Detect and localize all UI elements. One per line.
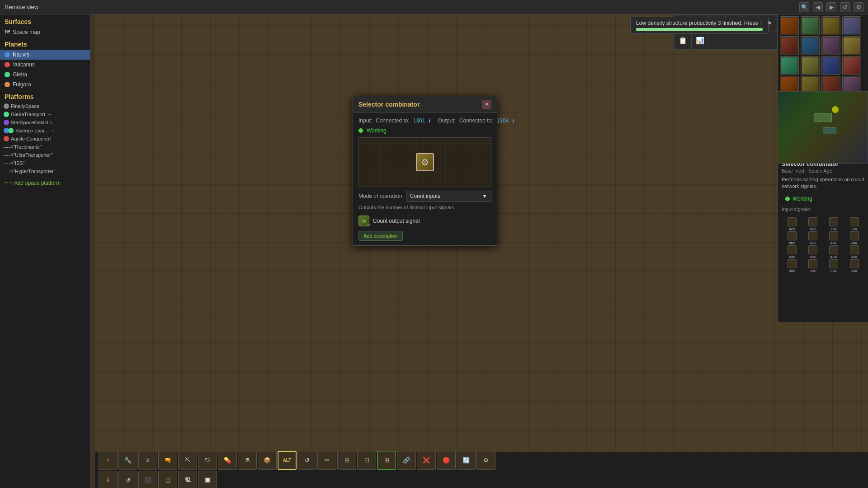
dialog-close-button[interactable]: ✕ xyxy=(482,100,491,109)
sig-icon-4 xyxy=(850,217,859,226)
sig-icon-11 xyxy=(829,245,838,254)
nauvis-label: Nauvis xyxy=(13,52,29,58)
signal-icon[interactable]: ⚙ 94 xyxy=(359,216,369,226)
toolbar-btn-1[interactable]: 🔧 xyxy=(118,451,137,470)
forward-button[interactable]: ▶ xyxy=(826,2,836,12)
tb2-btn-4[interactable]: 🏗 xyxy=(178,471,197,488)
inv-slot-9[interactable] xyxy=(780,56,799,75)
inv-slot-4[interactable] xyxy=(842,16,861,35)
toolbar-btn-11[interactable]: ⊞ xyxy=(337,451,356,470)
dialog-preview: ⚙ xyxy=(359,137,491,187)
mode-select-dropdown[interactable]: Count inputs ▼ xyxy=(406,191,491,202)
connected-to-label-1: Connected to: xyxy=(376,117,410,124)
map-background[interactable] xyxy=(95,14,868,488)
platform-geblatransport[interactable]: GlebaTransport → xyxy=(0,110,90,118)
tb-icon-11: ⊞ xyxy=(344,457,349,464)
tb2-btn-1[interactable]: ↺ xyxy=(118,471,137,488)
input-label: Input: xyxy=(359,117,372,124)
toolbar-btn-6[interactable]: 💊 xyxy=(218,451,237,470)
platform-hypertransporter[interactable]: ---->"HyperTransporter" xyxy=(0,167,90,175)
toolbar-btn-14[interactable]: 🔗 xyxy=(397,451,416,470)
platform-ultratransporter[interactable]: ---->"UltraTransporter" xyxy=(0,151,90,159)
inv-slot-6[interactable] xyxy=(801,36,820,55)
tb-icon-4: ⛏ xyxy=(185,457,191,464)
tb2-icon-1: ↺ xyxy=(126,477,131,483)
toolbar-btn-4[interactable]: ⛏ xyxy=(178,451,197,470)
toolbar-btn-10[interactable]: ✂ xyxy=(317,451,336,470)
surfaces-header: Surfaces xyxy=(0,14,90,27)
book-icon-btn[interactable]: 📋 xyxy=(674,32,691,49)
chart-icon-btn[interactable]: 📊 xyxy=(691,32,708,49)
input-info-icon[interactable]: ℹ xyxy=(429,118,430,124)
inv-slot-2[interactable] xyxy=(801,16,820,35)
inv-slot-3[interactable] xyxy=(821,16,840,35)
platform-iss[interactable]: ---->"ISS" xyxy=(0,159,90,167)
dialog-header: Selector combinator ✕ xyxy=(353,96,497,113)
titlebar: Remote view 🔍 ◀ ▶ ↺ ⚙ xyxy=(0,0,868,14)
toolbar-btn-13[interactable]: ⊞ xyxy=(377,451,396,470)
tb2-btn-2[interactable]: ⬛ xyxy=(138,471,157,488)
add-description-button[interactable]: Add description xyxy=(359,231,403,241)
toolbar-btn-3[interactable]: 🔫 xyxy=(158,451,177,470)
toolbar-slot-1[interactable]: 1 xyxy=(99,451,118,470)
info-status-row: Working xyxy=(782,193,864,205)
toolbar-btn-17[interactable]: 🔄 xyxy=(457,451,476,470)
toolbar-btn-alt[interactable]: ALT xyxy=(278,451,297,470)
add-platform-button[interactable]: + + Add space platform xyxy=(0,177,90,189)
tb-icon-5: 🛡 xyxy=(205,457,211,464)
game-area[interactable]: Surfaces 🗺 Space map Planets Nauvis Vulc… xyxy=(0,14,868,488)
platform-scienceexpr[interactable]: Science Expr... → xyxy=(0,127,90,135)
tb-icon-10: ✂ xyxy=(325,457,330,464)
platform-finallyspace[interactable]: FinallySpace xyxy=(0,102,90,110)
tb-icon-13: ⊞ xyxy=(384,457,389,464)
settings-button[interactable]: ⚙ xyxy=(854,2,863,12)
sidebar-item-gleba[interactable]: Gleba xyxy=(0,70,90,80)
toolbar-slot-5[interactable]: 5 xyxy=(99,471,118,488)
toolbar-btn-9[interactable]: ↺ xyxy=(297,451,316,470)
output-connection-value[interactable]: 1304 xyxy=(497,117,509,124)
tb2-btn-3[interactable]: ◻ xyxy=(158,471,177,488)
gleba-label: Gleba xyxy=(13,71,27,78)
sidebar-item-fulgora[interactable]: Fulgora xyxy=(0,80,90,89)
sig-icon-7 xyxy=(829,231,838,240)
inv-slot-12[interactable] xyxy=(842,56,861,75)
inv-slot-10[interactable] xyxy=(801,56,820,75)
toolbar-bottom-row: 5 ↺ ⬛ ◻ 🏗 🔲 xyxy=(99,471,495,488)
inv-slot-5[interactable] xyxy=(780,36,799,55)
sidebar-item-vulcanus[interactable]: Vulcanus xyxy=(0,60,90,70)
sig-38k-3: 38k xyxy=(844,259,864,273)
toolbar-btn-16[interactable]: 🔴 xyxy=(437,451,456,470)
tb2-icon-2: ⬛ xyxy=(144,477,151,483)
inv-slot-11[interactable] xyxy=(821,56,840,75)
refresh-button[interactable]: ↺ xyxy=(840,2,850,12)
minimap[interactable] xyxy=(778,91,868,164)
fulgora-label: Fulgora xyxy=(13,81,31,88)
inv-slot-7[interactable] xyxy=(821,36,840,55)
selector-combinator-dialog: Selector combinator ✕ Input: Connected t… xyxy=(353,96,497,246)
platform-aquilo[interactable]: Aquilo Conquerer! xyxy=(0,135,90,143)
sidebar-item-space-map[interactable]: 🗺 Space map xyxy=(0,27,90,37)
toolbar-btn-12[interactable]: ⊡ xyxy=(357,451,376,470)
input-connection-value[interactable]: 1301 xyxy=(413,117,425,124)
toolbar-btn-15[interactable]: ❌ xyxy=(417,451,436,470)
toolbar-btn-2[interactable]: ⚔ xyxy=(138,451,157,470)
toolbar-btn-18[interactable]: ⚙ xyxy=(476,451,495,470)
inv-slot-8[interactable] xyxy=(842,36,861,55)
search-button[interactable]: 🔍 xyxy=(799,2,809,12)
tb2-btn-5[interactable]: 🔲 xyxy=(198,471,217,488)
alt-label: ALT xyxy=(283,458,292,463)
platform-roccinante[interactable]: ---->"Roccinante" xyxy=(0,143,90,151)
toolbar-btn-7[interactable]: ⚗ xyxy=(238,451,257,470)
output-info-icon[interactable]: ℹ xyxy=(512,118,514,124)
platform-starspacegalactic[interactable]: StarSpaceGalactic xyxy=(0,118,90,127)
scienceexpr-arrow: → xyxy=(50,128,55,133)
toolbar-btn-8[interactable]: 📦 xyxy=(258,451,277,470)
back-button[interactable]: ◀ xyxy=(813,2,823,12)
toolbar-btn-5[interactable]: 🛡 xyxy=(198,451,217,470)
output-label: Output: xyxy=(438,117,455,124)
dialog-status-text: Working xyxy=(367,127,387,134)
inv-slot-1[interactable] xyxy=(780,16,799,35)
sidebar-item-nauvis[interactable]: Nauvis xyxy=(0,50,90,60)
tb-icon-14: 🔗 xyxy=(403,457,410,464)
tb-icon-12: ⊡ xyxy=(364,457,369,464)
